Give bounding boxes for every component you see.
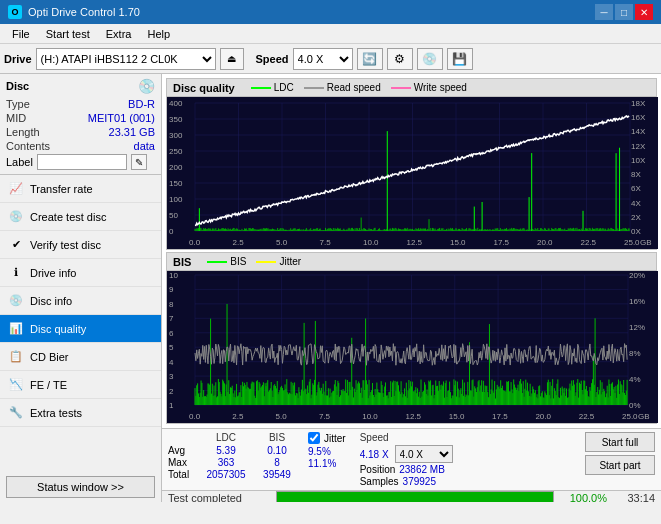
nav-label-transfer-rate: Transfer rate	[30, 183, 93, 195]
samples-label: Samples	[360, 476, 399, 487]
samples-value: 379925	[403, 476, 436, 487]
label-label: Label	[6, 156, 33, 168]
nav-label-disc-quality: Disc quality	[30, 323, 86, 335]
disc-button[interactable]: 💿	[417, 48, 443, 70]
ldc-legend-label: LDC	[274, 82, 294, 93]
read-speed-legend: Read speed	[304, 82, 381, 93]
status-text: Test completed	[168, 492, 268, 502]
drive-toolbar: Drive (H:) ATAPI iHBS112 2 CL0K ⏏ Speed …	[0, 44, 661, 74]
content-area: Disc quality LDC Read speed Write speed	[162, 74, 661, 502]
nav-item-disc-quality[interactable]: 📊 Disc quality	[0, 315, 161, 343]
refresh-button[interactable]: 🔄	[357, 48, 383, 70]
contents-label: Contents	[6, 140, 50, 152]
bis-legend: BIS	[207, 256, 246, 267]
max-bis: 8	[256, 457, 298, 468]
app-icon: O	[8, 5, 22, 19]
speed-select[interactable]: 4.0 X	[293, 48, 353, 70]
disc-panel: Disc 💿 Type BD-R MID MEIT01 (001) Length…	[0, 74, 161, 175]
app-title: Opti Drive Control 1.70	[28, 6, 140, 18]
speed-select-stats[interactable]: 4.0 X	[395, 445, 453, 463]
progress-time: 33:14	[615, 492, 655, 502]
save-button[interactable]: 💾	[447, 48, 473, 70]
speed-label: Speed	[256, 53, 289, 65]
disc-panel-icon: 💿	[138, 78, 155, 94]
menubar: File Start test Extra Help	[0, 24, 661, 44]
nav-label-verify-test: Verify test disc	[30, 239, 101, 251]
write-speed-color	[391, 87, 411, 89]
bis-chart-panel: BIS BIS Jitter	[166, 252, 657, 424]
start-part-button[interactable]: Start part	[585, 455, 655, 475]
nav-label-fe-te: FE / TE	[30, 379, 67, 391]
ldc-title: Disc quality	[173, 82, 235, 94]
menu-start-test[interactable]: Start test	[38, 26, 98, 42]
type-label: Type	[6, 98, 30, 110]
nav-item-cd-bier[interactable]: 📋 CD Bier	[0, 343, 161, 371]
avg-ldc: 5.39	[200, 445, 252, 456]
bis-color	[207, 261, 227, 263]
ldc-legend: LDC	[251, 82, 294, 93]
max-ldc: 363	[200, 457, 252, 468]
nav-items: 📈 Transfer rate 💿 Create test disc ✔ Ver…	[0, 175, 161, 472]
jitter-legend: Jitter	[256, 256, 301, 267]
minimize-button[interactable]: ─	[595, 4, 613, 20]
menu-file[interactable]: File	[4, 26, 38, 42]
eject-button[interactable]: ⏏	[220, 48, 244, 70]
jitter-legend-label: Jitter	[279, 256, 301, 267]
total-bis: 39549	[256, 469, 298, 480]
extra-tests-icon: 🔧	[8, 405, 24, 421]
position-label: Position	[360, 464, 396, 475]
jitter-checkbox[interactable]	[308, 432, 320, 444]
nav-item-transfer-rate[interactable]: 📈 Transfer rate	[0, 175, 161, 203]
write-speed-label: Write speed	[414, 82, 467, 93]
stats-area: LDC BIS Avg 5.39 0.10 Max 363 8 Total	[162, 428, 661, 490]
sidebar: Disc 💿 Type BD-R MID MEIT01 (001) Length…	[0, 74, 162, 502]
nav-item-create-test-disc[interactable]: 💿 Create test disc	[0, 203, 161, 231]
read-speed-label: Read speed	[327, 82, 381, 93]
max-jitter: 11.1%	[308, 458, 336, 469]
write-speed-legend: Write speed	[391, 82, 467, 93]
read-speed-color	[304, 87, 324, 89]
menu-help[interactable]: Help	[139, 26, 178, 42]
type-value: BD-R	[128, 98, 155, 110]
contents-value: data	[134, 140, 155, 152]
main-area: Disc 💿 Type BD-R MID MEIT01 (001) Length…	[0, 74, 661, 502]
maximize-button[interactable]: □	[615, 4, 633, 20]
progress-bar-container	[276, 491, 554, 502]
nav-label-disc-info: Disc info	[30, 295, 72, 307]
transfer-rate-icon: 📈	[8, 181, 24, 197]
disc-title: Disc	[6, 80, 29, 92]
mid-label: MID	[6, 112, 26, 124]
status-window-button[interactable]: Status window >>	[6, 476, 155, 498]
label-edit-button[interactable]: ✎	[131, 154, 147, 170]
nav-item-disc-info[interactable]: 💿 Disc info	[0, 287, 161, 315]
drive-label: Drive	[4, 53, 32, 65]
nav-label-cd-bier: CD Bier	[30, 351, 69, 363]
fe-te-icon: 📉	[8, 377, 24, 393]
cd-bier-icon: 📋	[8, 349, 24, 365]
disc-quality-icon: 📊	[8, 321, 24, 337]
nav-item-verify-test-disc[interactable]: ✔ Verify test disc	[0, 231, 161, 259]
ldc-chart-panel: Disc quality LDC Read speed Write speed	[166, 78, 657, 250]
nav-item-fe-te[interactable]: 📉 FE / TE	[0, 371, 161, 399]
total-label: Total	[168, 469, 196, 480]
titlebar: O Opti Drive Control 1.70 ─ □ ✕	[0, 0, 661, 24]
label-input[interactable]	[37, 154, 127, 170]
settings-button[interactable]: ⚙	[387, 48, 413, 70]
menu-extra[interactable]: Extra	[98, 26, 140, 42]
progress-area: Test completed 100.0% 33:14	[162, 490, 661, 502]
drive-info-icon: ℹ	[8, 265, 24, 281]
start-full-button[interactable]: Start full	[585, 432, 655, 452]
drive-select[interactable]: (H:) ATAPI iHBS112 2 CL0K	[36, 48, 216, 70]
avg-label: Avg	[168, 445, 196, 456]
position-value: 23862 MB	[399, 464, 445, 475]
total-ldc: 2057305	[200, 469, 252, 480]
create-test-icon: 💿	[8, 209, 24, 225]
close-button[interactable]: ✕	[635, 4, 653, 20]
bis-chart-header: BIS BIS Jitter	[167, 253, 656, 271]
nav-item-drive-info[interactable]: ℹ Drive info	[0, 259, 161, 287]
nav-item-extra-tests[interactable]: 🔧 Extra tests	[0, 399, 161, 427]
progress-percent: 100.0%	[562, 492, 607, 502]
ldc-chart-header: Disc quality LDC Read speed Write speed	[167, 79, 656, 97]
bis-header: BIS	[256, 432, 298, 443]
progress-bar	[277, 492, 553, 502]
